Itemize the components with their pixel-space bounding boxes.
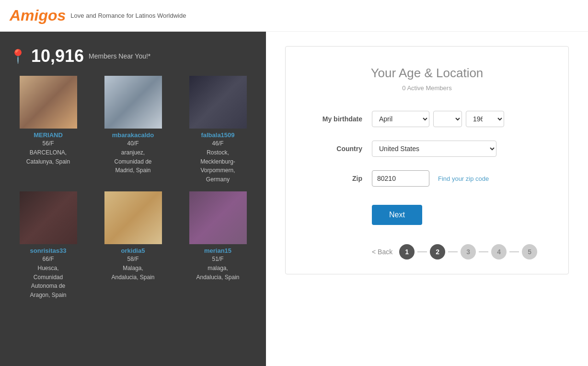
tagline: Love and Romance for Latinos Worldwide	[70, 12, 186, 19]
left-panel: 📍 10,916 Members Near You!* MERIAND56/F …	[0, 32, 266, 366]
zip-row: Zip Find your zip code	[310, 170, 544, 187]
member-username: MERIAND	[10, 131, 87, 139]
country-row: Country United States Canada Mexico Spai…	[310, 141, 544, 157]
page-dot-1[interactable]: 1	[399, 244, 415, 260]
member-info: 40/F aranjuez, Comunidad de Madrid, Spai…	[114, 140, 151, 174]
members-header: 📍 10,916 Members Near You!*	[10, 46, 256, 66]
page-dot-2[interactable]: 2	[430, 244, 445, 260]
next-btn-container: Next	[310, 200, 544, 239]
pagination: < Back 12345	[310, 244, 544, 260]
member-photo	[20, 191, 77, 244]
member-info: 51/F malaga, Andalucia, Spain	[196, 256, 239, 281]
member-photo	[104, 191, 162, 244]
page-line	[448, 251, 458, 252]
header: Amigos Love and Romance for Latinos Worl…	[0, 0, 588, 32]
back-link[interactable]: < Back	[372, 248, 392, 256]
page-line	[479, 251, 488, 252]
page-dot-5: 5	[522, 244, 537, 260]
member-photo	[189, 191, 247, 244]
zip-controls: Find your zip code	[372, 170, 489, 187]
logo: Amigos	[10, 7, 66, 24]
active-members: 0 Active Members	[310, 84, 544, 92]
next-button[interactable]: Next	[372, 205, 422, 225]
birthdate-row: My birthdate JanuaryFebruaryMarchAprilMa…	[310, 111, 544, 127]
member-card[interactable]: sonrisitas3366/F Huesca, Comunidad Auton…	[10, 191, 87, 299]
member-card[interactable]: merian1551/F malaga, Andalucia, Spain	[179, 191, 256, 299]
page-line	[417, 251, 427, 252]
members-label: Members Near You!*	[89, 52, 150, 60]
member-username: sonrisitas33	[10, 247, 87, 254]
page-line	[509, 251, 519, 252]
form-container: Your Age & Location 0 Active Members My …	[285, 46, 569, 274]
member-info: 46/F Rostock, Mecklenburg- Vorpommern, G…	[200, 140, 235, 183]
find-zip-link[interactable]: Find your zip code	[438, 175, 489, 182]
members-grid: MERIAND56/F BARCELONA, Catalunya, Spainm…	[10, 76, 256, 299]
pin-icon: 📍	[10, 48, 26, 64]
form-title: Your Age & Location	[310, 66, 544, 81]
page-dot-4: 4	[491, 244, 507, 260]
member-photo	[189, 76, 247, 129]
member-card[interactable]: MERIAND56/F BARCELONA, Catalunya, Spain	[10, 76, 87, 184]
member-info: 66/F Huesca, Comunidad Autonoma de Arago…	[30, 256, 66, 298]
zip-label: Zip	[310, 175, 372, 182]
country-select[interactable]: United States Canada Mexico Spain German…	[372, 141, 496, 157]
member-username: merian15	[179, 247, 256, 254]
page-dot-3: 3	[461, 244, 476, 260]
month-select[interactable]: JanuaryFebruaryMarchAprilMayJuneJulyAugu…	[372, 111, 429, 127]
member-info: 58/F Malaga, Andalucia, Spain	[111, 256, 154, 281]
day-select[interactable]: 1234567891011121314151617181920212223242…	[433, 111, 462, 127]
birthdate-controls: JanuaryFebruaryMarchAprilMayJuneJulyAugu…	[372, 111, 504, 127]
zip-input[interactable]	[372, 170, 429, 187]
right-panel: Your Age & Location 0 Active Members My …	[266, 32, 588, 366]
member-photo	[104, 76, 162, 129]
member-username: mbarakacaldo	[94, 131, 172, 139]
member-username: falbala1509	[179, 131, 256, 139]
birthdate-label: My birthdate	[310, 115, 372, 123]
country-controls: United States Canada Mexico Spain German…	[372, 141, 496, 157]
main-layout: 📍 10,916 Members Near You!* MERIAND56/F …	[0, 32, 588, 366]
member-card[interactable]: mbarakacaldo40/F aranjuez, Comunidad de …	[94, 76, 172, 184]
year-select[interactable]: 2005200420032002200120001999199819971996…	[466, 111, 504, 127]
country-label: Country	[310, 145, 372, 153]
member-username: orkidia5	[94, 247, 172, 254]
member-card[interactable]: orkidia558/F Malaga, Andalucia, Spain	[94, 191, 172, 299]
member-info: 56/F BARCELONA, Catalunya, Spain	[26, 140, 70, 165]
member-count: 10,916	[31, 46, 84, 66]
member-card[interactable]: falbala150946/F Rostock, Mecklenburg- Vo…	[179, 76, 256, 184]
member-photo	[20, 76, 77, 129]
